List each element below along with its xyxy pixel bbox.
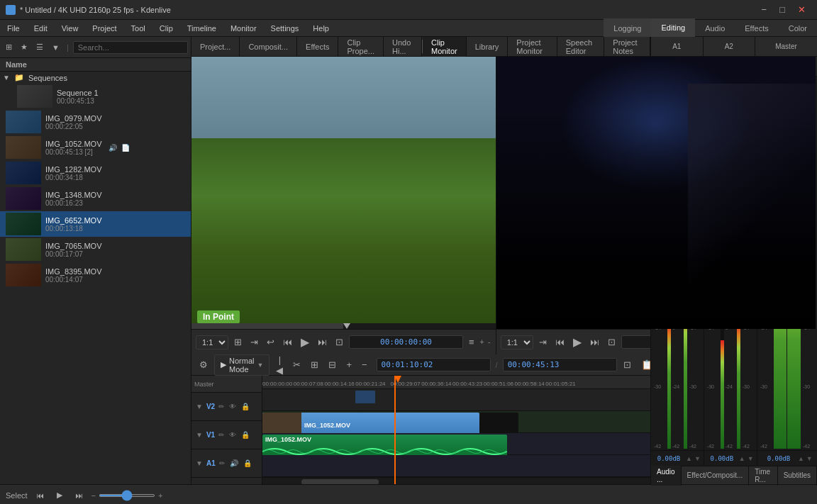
razor-button[interactable]: ✂ [289, 358, 304, 371]
tab-effects[interactable]: Effects [297, 37, 338, 57]
timeline-scrollbar[interactable] [262, 477, 650, 484]
tab-subtitles[interactable]: Subtitles [778, 466, 817, 486]
a1-db-spin-down[interactable]: ▼ [694, 455, 701, 462]
a1-mute[interactable]: 🔊 [228, 459, 240, 468]
tab-composit[interactable]: Composit... [240, 37, 297, 57]
tab-project-monitor[interactable]: Project Monitor [508, 37, 557, 57]
list-item[interactable]: IMG_0979.MOV 00:00:22:05 [0, 109, 191, 135]
project-prev-button[interactable]: ⏮ [552, 335, 567, 349]
tab-project-notes[interactable]: Project Notes [604, 37, 650, 57]
clip-prev-button[interactable]: ⏮ [280, 335, 295, 349]
project-mark-in-button[interactable]: ⇥ [536, 335, 550, 349]
clip-play-button[interactable]: ▶ [298, 334, 312, 350]
list-item[interactable]: IMG_1348.MOV 00:00:16:23 [0, 186, 191, 211]
timeline-settings-button[interactable]: ⚙ [196, 358, 211, 371]
close-button[interactable]: ✕ [792, 0, 811, 20]
status-next-button[interactable]: ⏭ [71, 490, 87, 501]
status-play-button[interactable]: ▶ [52, 489, 67, 501]
tab-clip-monitor[interactable]: Clip Monitor [423, 37, 467, 57]
remove-track-button[interactable]: − [358, 358, 371, 371]
tab-undo-history[interactable]: Undo Hi... [384, 37, 422, 57]
tab-project[interactable]: Project... [191, 37, 240, 57]
v2-mute[interactable]: 👁 [228, 402, 238, 411]
a1-db-spin-up[interactable]: ▲ [686, 455, 692, 462]
tab-library[interactable]: Library [467, 37, 508, 57]
v2-toggle[interactable]: ▼ [194, 402, 204, 411]
window-controls[interactable]: − □ ✕ [756, 0, 811, 20]
menu-edit[interactable]: Edit [27, 20, 55, 37]
maximize-button[interactable]: □ [774, 0, 791, 20]
list-item[interactable]: IMG_1052.MOV 00:00:45:13 [2] 🔊 📄 [0, 135, 191, 160]
timeline-export-button[interactable]: ⊡ [620, 358, 635, 371]
project-next-button[interactable]: ⏭ [587, 335, 602, 349]
v1-mute[interactable]: 👁 [228, 430, 238, 439]
a1-solo[interactable]: 🔒 [242, 459, 253, 468]
tab-clip-properties[interactable]: Clip Prope... [338, 37, 384, 57]
track-row-v2[interactable] [262, 389, 650, 411]
menu-clip[interactable]: Clip [152, 20, 180, 37]
a1-toggle[interactable]: ▼ [194, 459, 204, 468]
clip-settings-button[interactable]: ≡ [466, 335, 477, 349]
project-fullscreen-button[interactable]: ⊡ [605, 335, 618, 349]
project-play-button[interactable]: ▶ [570, 334, 584, 350]
tab-audio-mixer[interactable]: Audio ... [651, 466, 682, 486]
add-track-button[interactable]: + [343, 358, 355, 371]
clip-next-button[interactable]: ⏭ [315, 335, 330, 349]
tab-time-remap[interactable]: Time R... [749, 466, 777, 486]
v1-lock[interactable]: ✏ [217, 430, 226, 439]
list-item[interactable]: IMG_7065.MOV 00:00:17:07 [0, 237, 191, 262]
clip-zoom-select[interactable]: 1:1 1:2 2:1 [196, 335, 228, 349]
v2-lock[interactable]: ✏ [217, 402, 226, 411]
tab-logging[interactable]: Logging [604, 18, 651, 38]
tab-speech-editor[interactable]: Speech Editor [557, 37, 605, 57]
timeline-timecode-input[interactable] [377, 358, 491, 371]
menu-view[interactable]: View [55, 20, 86, 37]
a2-db-input[interactable] [707, 455, 737, 462]
filter-button[interactable]: ▼ [49, 42, 62, 53]
tab-color[interactable]: Color [779, 18, 817, 38]
list-item[interactable]: IMG_8395.MOV 00:00:14:07 [0, 262, 191, 288]
menu-button[interactable]: ☰ [33, 41, 46, 53]
star-button[interactable]: ★ [18, 41, 30, 53]
menu-monitor[interactable]: Monitor [223, 20, 264, 37]
tab-effects[interactable]: Effects [735, 18, 778, 38]
new-folder-button[interactable]: ⊞ [3, 41, 15, 53]
tab-editing[interactable]: Editing [651, 18, 695, 38]
ungroup-button[interactable]: ⊟ [325, 358, 340, 371]
menu-tool[interactable]: Tool [124, 20, 152, 37]
timeline-duration-input[interactable] [503, 358, 617, 371]
mode-select[interactable]: ▶ Normal Mode ▼ [214, 354, 269, 376]
clip-fullscreen-button[interactable]: ⊡ [333, 335, 346, 349]
project-zoom-select[interactable]: 1:1 1:2 2:1 [501, 335, 533, 349]
track-row-v1[interactable]: IMG_1052.MOV [262, 411, 650, 433]
menu-help[interactable]: Help [306, 20, 336, 37]
menu-timeline[interactable]: Timeline [180, 20, 223, 37]
track-row-a1[interactable]: IMG_1052.MOV [262, 433, 650, 455]
v1-toggle[interactable]: ▼ [194, 430, 204, 439]
tab-effect-composit[interactable]: Effect/Composit... [682, 466, 750, 486]
a2-db-spin-up[interactable]: ▲ [739, 455, 745, 462]
menu-project[interactable]: Project [85, 20, 123, 37]
group-button[interactable]: ⊞ [307, 358, 322, 371]
track-row-a2[interactable] [262, 455, 650, 477]
menu-settings[interactable]: Settings [264, 20, 306, 37]
a1-lock[interactable]: ✏ [218, 459, 226, 468]
list-item[interactable]: IMG_1282.MOV 00:00:34:18 [0, 160, 191, 186]
a2-db-spin-down[interactable]: ▼ [747, 455, 754, 462]
clip-mark-out-button[interactable]: ↩ [264, 335, 277, 349]
snap-button[interactable]: |◀ [272, 353, 287, 377]
search-input[interactable] [73, 41, 188, 54]
status-prev-button[interactable]: ⏮ [32, 490, 48, 501]
folder-sequences[interactable]: ▼ 📁 Sequences [0, 72, 191, 84]
zoom-slider-container[interactable]: − + [91, 491, 163, 500]
master-db-spin-down[interactable]: ▼ [806, 455, 813, 462]
scrollbar-thumb[interactable] [301, 479, 379, 484]
clip-timecode-input[interactable] [349, 335, 463, 349]
clip-mark-in-button[interactable]: ⇥ [248, 335, 261, 349]
minimize-button[interactable]: − [756, 0, 773, 20]
master-db-input[interactable] [762, 455, 796, 462]
a1-db-input[interactable] [654, 455, 684, 462]
clip-fit-button[interactable]: ⊞ [231, 335, 245, 349]
tab-audio[interactable]: Audio [695, 18, 735, 38]
master-db-spin-up[interactable]: ▲ [798, 455, 804, 462]
